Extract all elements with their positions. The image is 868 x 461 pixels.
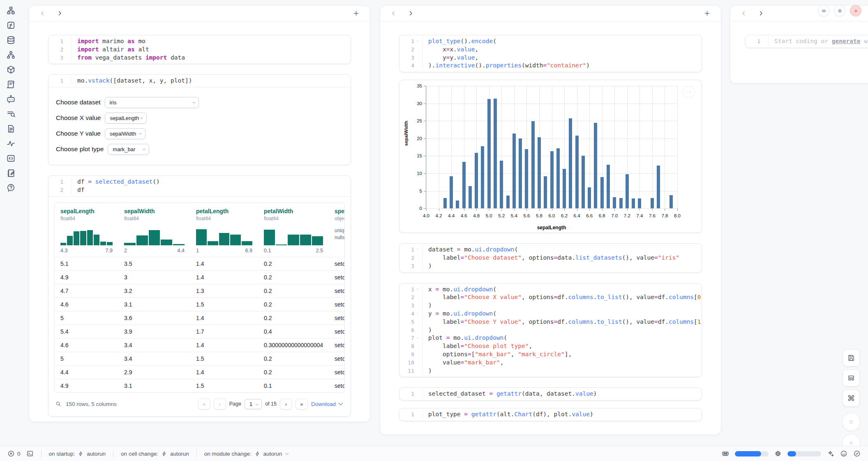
dataset-dropdown-cell[interactable]: 1dataset = mo.ui.dropdown(2 label="Choos… (399, 243, 702, 272)
import-cell[interactable]: 1import marimo as mo2import altair as al… (48, 35, 351, 64)
chart-bar[interactable] (550, 151, 554, 209)
empty-code-cell[interactable]: 1 Start coding or generate with AI (745, 35, 868, 48)
code-placeholder[interactable]: Start coding or generate with AI (769, 37, 868, 46)
chart-bar[interactable] (607, 165, 610, 208)
nav-forward-button[interactable] (407, 10, 416, 17)
column-header[interactable]: petalWidthfloat640.12.5 (258, 208, 329, 254)
add-cell-button[interactable] (703, 9, 711, 17)
column-header[interactable]: petalLengthfloat6416.9 (190, 208, 258, 254)
chart-bar[interactable] (657, 166, 660, 208)
chart-bar[interactable] (575, 136, 579, 208)
fold-arrow-icon[interactable] (414, 37, 421, 46)
table-row[interactable]: 4.93.11.50.1setos (55, 379, 344, 392)
errors-icon[interactable] (7, 450, 15, 457)
next-page-button[interactable]: › (280, 399, 292, 410)
layout-button[interactable] (843, 369, 860, 387)
chart-bar[interactable] (494, 99, 497, 208)
sidebar-item-document[interactable] (4, 124, 18, 134)
sidebar-item-package[interactable] (4, 65, 18, 74)
sidebar-item-list-search[interactable] (4, 109, 18, 119)
autorun-status-group[interactable]: on startup:autorun (49, 451, 106, 457)
chart-bar[interactable] (481, 146, 484, 209)
settings-button[interactable] (834, 5, 845, 16)
autorun-status-group[interactable]: on module change:autorun (204, 451, 290, 457)
code-text[interactable]: df = selected_dataset() (72, 178, 351, 186)
chart-bar[interactable] (512, 134, 516, 208)
chart-bar[interactable] (525, 149, 528, 208)
fold-arrow-icon[interactable] (414, 246, 421, 254)
code-text[interactable]: import marimo as mo (72, 37, 351, 46)
table-row[interactable]: 5.43.91.70.4setos (55, 325, 344, 338)
code-text[interactable]: from vega_datasets import data (72, 54, 351, 62)
table-row[interactable]: 53.41.50.2setos (55, 352, 344, 365)
chart-bar[interactable] (456, 201, 459, 209)
code-text[interactable]: ) (422, 302, 702, 310)
chart-bar[interactable] (632, 198, 635, 209)
code-text[interactable]: ) (422, 326, 702, 334)
code-text[interactable]: label="Choose X value", options=df.colum… (422, 293, 702, 302)
vstack-cell[interactable]: 1mo.vstack([dataset, x, y, plot]) Choose… (48, 74, 351, 165)
plot-type-cell[interactable]: 1plot_type = getattr(alt.Chart(df), plot… (399, 408, 702, 421)
chart-bar[interactable] (582, 156, 585, 208)
choose-y-value-select[interactable]: sepalWidth (105, 128, 145, 139)
chart-bar[interactable] (443, 198, 447, 209)
sidebar-item-database[interactable] (4, 35, 18, 45)
choose-x-value-select[interactable]: sepalLength (105, 113, 147, 124)
table-row[interactable]: 4.931.40.2setos (55, 270, 344, 284)
table-row[interactable]: 5.13.51.40.2setos (55, 257, 344, 270)
column-header[interactable]: sepalWidthfloat6424.4 (118, 208, 190, 254)
chart-bar[interactable] (563, 169, 566, 208)
code-text[interactable]: dataset = mo.ui.dropdown( (422, 246, 702, 254)
assistant-bot-icon[interactable] (840, 450, 847, 457)
code-text[interactable]: label="Choose Y value", options=df.colum… (422, 318, 702, 326)
fold-arrow-icon[interactable] (414, 286, 421, 294)
table-row[interactable]: 4.73.21.30.2setos (55, 284, 344, 297)
stop-button[interactable] (842, 413, 860, 431)
chart-bar[interactable] (462, 162, 466, 208)
chart-bar[interactable] (613, 197, 616, 208)
chart-bar[interactable] (588, 187, 591, 208)
sidebar-item-hierarchy[interactable] (4, 50, 18, 60)
code-text[interactable]: options=["mark_bar", "mark_circle"], (422, 350, 702, 359)
code-text[interactable]: ) (422, 367, 702, 375)
code-text[interactable]: label="Choose dataset", options=data.lis… (422, 254, 702, 262)
last-page-button[interactable]: » (295, 399, 308, 410)
chart-bar[interactable] (506, 196, 510, 209)
chart-bar[interactable] (500, 161, 503, 208)
chart-bar[interactable] (475, 153, 478, 208)
sidebar-item-chat-bot[interactable] (4, 95, 18, 104)
choose-dataset-select[interactable]: iris (105, 97, 199, 108)
chart-bar[interactable] (487, 99, 491, 208)
chart-bar[interactable] (556, 148, 560, 208)
chart-bar[interactable] (619, 198, 623, 209)
code-text[interactable]: ) (422, 262, 702, 270)
ai-sparkles-icon[interactable] (827, 450, 834, 457)
connection-status-icon[interactable] (853, 450, 861, 457)
download-button[interactable]: Download (311, 401, 344, 407)
table-row[interactable]: 53.61.40.2setos (55, 311, 344, 325)
chart-bar[interactable] (569, 118, 572, 209)
code-text[interactable]: label="Choose plot type", (422, 342, 702, 350)
nav-back-button[interactable] (740, 10, 748, 17)
column-header[interactable]: speciobjecuniqunulls: (329, 208, 345, 254)
code-text[interactable]: selected_dataset = getattr(data, dataset… (422, 390, 702, 398)
code-text[interactable]: y=y.value, (422, 54, 702, 62)
chart-bar[interactable] (531, 121, 535, 208)
nav-back-button[interactable] (39, 10, 47, 17)
sidebar-item-script[interactable] (4, 80, 18, 89)
chart-bar[interactable] (469, 186, 472, 208)
sidebar-item-notebook[interactable] (4, 168, 18, 178)
fold-arrow-icon[interactable] (414, 310, 421, 318)
column-header[interactable]: sepalLengthfloat644.37.9 (55, 208, 118, 254)
chart-bar[interactable] (669, 195, 673, 208)
code-text[interactable]: x = mo.ui.dropdown( (422, 286, 702, 294)
table-row[interactable]: 4.63.41.40.30000000000000004setos (55, 338, 344, 352)
first-page-button[interactable]: « (198, 399, 210, 410)
chart-bar[interactable] (626, 174, 629, 208)
fold-arrow-icon[interactable] (414, 334, 421, 342)
search-icon[interactable] (55, 401, 62, 407)
code-text[interactable]: plot_type().encode( (422, 37, 702, 46)
chart-bar[interactable] (538, 137, 541, 208)
nav-back-button[interactable] (390, 10, 398, 17)
chart-bar[interactable] (519, 138, 522, 208)
